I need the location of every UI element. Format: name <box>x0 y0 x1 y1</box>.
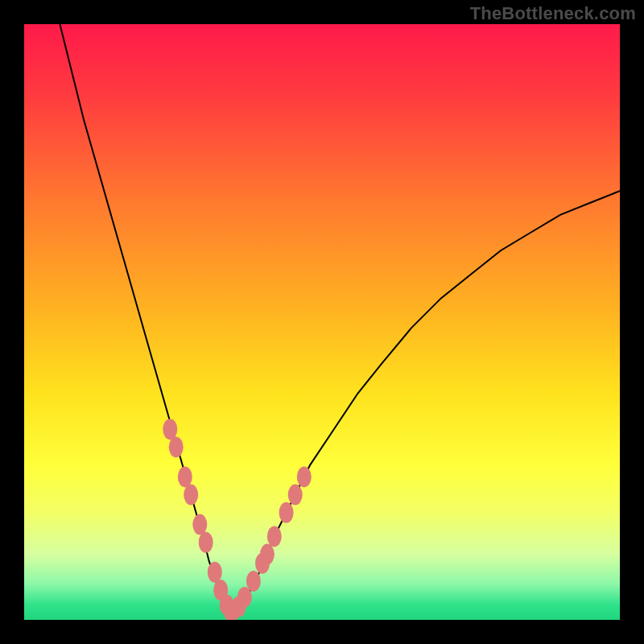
marker-point <box>178 466 192 487</box>
marker-point <box>267 526 282 547</box>
marker-point <box>163 419 177 440</box>
watermark-text: TheBottleneck.com <box>470 3 636 24</box>
marker-point <box>192 514 207 535</box>
marker-point <box>288 485 303 506</box>
marker-point <box>169 436 184 457</box>
plot-area <box>24 24 620 620</box>
marker-point <box>184 485 198 506</box>
marker-point <box>199 532 213 553</box>
bottleneck-chart <box>24 24 620 620</box>
marker-point <box>260 544 275 565</box>
marker-point <box>208 562 222 583</box>
gradient-background <box>24 24 620 620</box>
chart-frame: TheBottleneck.com <box>0 0 644 644</box>
marker-point <box>246 571 261 592</box>
marker-point <box>279 502 294 523</box>
marker-point <box>297 466 312 487</box>
